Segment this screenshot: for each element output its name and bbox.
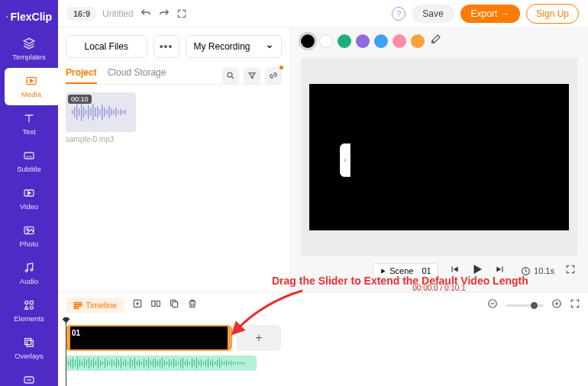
color-swatch-white[interactable] xyxy=(319,34,333,48)
color-swatch-green[interactable] xyxy=(338,34,351,48)
thumb-filename: sample-0.mp3 xyxy=(66,135,136,143)
audio-waveform-icon xyxy=(66,355,257,371)
my-recording-dropdown[interactable]: My Recording xyxy=(186,35,283,58)
help-icon[interactable]: ? xyxy=(392,7,405,21)
signup-button[interactable]: Sign Up xyxy=(526,4,579,24)
color-swatch-pink[interactable] xyxy=(393,34,406,48)
fullscreen-icon[interactable] xyxy=(565,264,576,278)
scene-button[interactable]: Scene 01 xyxy=(373,263,438,278)
sidebar-item-overlays[interactable]: Overlays xyxy=(0,330,58,367)
tab-project[interactable]: Project xyxy=(66,67,97,84)
svg-rect-34 xyxy=(113,110,115,114)
zoom-in-icon[interactable] xyxy=(551,298,562,312)
sidebar: FlexClip Templates Media Text Subtitle V… xyxy=(0,0,58,386)
sidebar-item-subtitle[interactable]: Subtitle xyxy=(0,143,58,180)
sidebar-item-photo[interactable]: Photo xyxy=(0,217,58,255)
add-clip-button[interactable]: + xyxy=(237,325,281,351)
sidebar-item-video[interactable]: Video xyxy=(0,180,58,217)
expand-icon[interactable] xyxy=(176,8,187,19)
sidebar-item-templates[interactable]: Templates xyxy=(0,31,58,68)
svg-rect-2 xyxy=(24,153,34,159)
sidebar-item-tools[interactable]: Tools xyxy=(0,367,58,386)
fit-icon[interactable] xyxy=(570,298,580,312)
svg-rect-127 xyxy=(237,362,238,365)
svg-rect-106 xyxy=(189,362,190,365)
clock-icon xyxy=(521,266,531,276)
play-controls: Scene 01 10.1s xyxy=(296,256,582,285)
svg-rect-120 xyxy=(221,361,222,365)
svg-rect-61 xyxy=(86,360,87,366)
delete-icon[interactable] xyxy=(187,298,198,312)
copy-icon[interactable] xyxy=(169,298,179,312)
svg-rect-103 xyxy=(183,358,183,368)
svg-rect-22 xyxy=(86,110,87,114)
svg-rect-55 xyxy=(73,358,73,368)
svg-rect-107 xyxy=(192,359,192,368)
color-swatch-blue[interactable] xyxy=(374,34,388,48)
sidebar-item-elements[interactable]: Elements xyxy=(0,292,58,330)
aspect-ratio-badge[interactable]: 16:9 xyxy=(67,7,96,21)
filter-icon[interactable] xyxy=(244,67,260,84)
split-icon[interactable] xyxy=(150,298,161,312)
local-files-button[interactable]: Local Files xyxy=(66,35,147,58)
sidebar-item-media[interactable]: Media xyxy=(5,68,58,105)
search-icon[interactable] xyxy=(222,67,239,84)
video-clip[interactable]: 01 xyxy=(66,325,232,351)
audio-clip[interactable] xyxy=(66,355,257,371)
color-swatch-black[interactable] xyxy=(301,34,315,48)
svg-rect-72 xyxy=(111,359,112,367)
svg-rect-46 xyxy=(75,307,79,309)
add-track-icon[interactable] xyxy=(132,298,143,312)
svg-rect-32 xyxy=(108,106,110,118)
svg-rect-20 xyxy=(81,103,82,121)
prev-icon[interactable] xyxy=(449,264,460,278)
svg-rect-35 xyxy=(115,108,117,117)
zoom-out-icon[interactable] xyxy=(487,298,498,312)
svg-rect-76 xyxy=(121,358,121,368)
svg-rect-48 xyxy=(152,301,155,307)
color-swatch-purple[interactable] xyxy=(356,34,370,48)
preview-panel: Scene 01 10.1s 00:00.0 / 0:10.1 xyxy=(290,27,588,292)
redo-icon[interactable] xyxy=(158,8,170,20)
timeline-area: Timeline 01 + xyxy=(58,292,588,386)
svg-point-15 xyxy=(228,72,232,77)
svg-rect-129 xyxy=(242,362,243,365)
collapse-panel-handle[interactable]: ‹ xyxy=(340,143,351,177)
color-swatch-orange[interactable] xyxy=(411,34,425,48)
svg-rect-66 xyxy=(98,358,99,368)
svg-rect-123 xyxy=(228,362,229,365)
sidebar-item-text[interactable]: Text xyxy=(0,105,58,143)
playhead[interactable] xyxy=(66,317,66,386)
svg-rect-124 xyxy=(231,361,231,365)
project-title[interactable]: Untitled xyxy=(102,8,134,19)
svg-rect-67 xyxy=(100,360,101,366)
save-button[interactable]: Save xyxy=(412,5,454,23)
media-thumb[interactable]: 00:10 sample-0.mp3 xyxy=(66,92,136,143)
svg-rect-130 xyxy=(244,362,245,364)
svg-rect-102 xyxy=(180,359,181,367)
timeline-mode-button[interactable]: Timeline xyxy=(66,298,124,313)
next-icon[interactable] xyxy=(495,264,506,278)
svg-rect-63 xyxy=(91,360,92,366)
play-icon[interactable] xyxy=(470,262,484,279)
color-picker-icon[interactable] xyxy=(429,34,441,49)
unlink-icon[interactable] xyxy=(265,67,282,84)
more-options-button[interactable]: ••• xyxy=(153,35,179,58)
undo-icon[interactable] xyxy=(140,8,152,20)
zoom-slider[interactable] xyxy=(506,304,544,307)
svg-rect-70 xyxy=(107,360,108,366)
svg-marker-1 xyxy=(31,79,33,82)
svg-rect-59 xyxy=(82,361,82,365)
svg-rect-39 xyxy=(124,110,126,114)
duration-display[interactable]: 10.1s xyxy=(521,266,554,276)
svg-rect-101 xyxy=(178,362,179,365)
svg-marker-42 xyxy=(473,265,482,274)
tab-cloud-storage[interactable]: Cloud Storage xyxy=(108,67,166,84)
svg-rect-44 xyxy=(75,303,82,304)
export-button[interactable]: Export→ xyxy=(460,5,521,23)
svg-rect-80 xyxy=(130,359,131,368)
svg-rect-16 xyxy=(72,110,73,114)
svg-rect-96 xyxy=(166,362,167,365)
sidebar-item-audio[interactable]: Audio xyxy=(0,255,58,292)
svg-rect-97 xyxy=(169,359,170,367)
